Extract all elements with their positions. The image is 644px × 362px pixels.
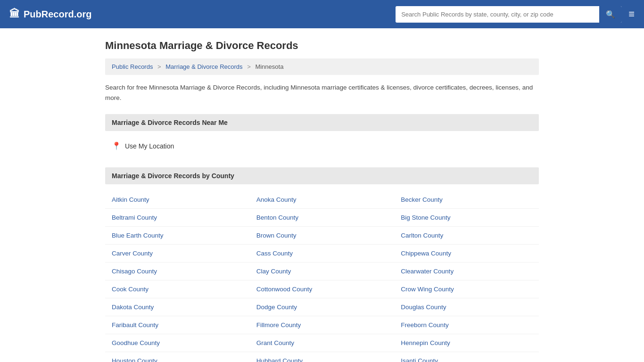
description-text: Search for free Minnesota Marriage & Div… (105, 82, 539, 103)
county-link[interactable]: Chisago County (105, 263, 250, 280)
logo[interactable]: 🏛 PubRecord.org (9, 8, 91, 20)
breadcrumb-state: Minnesota (255, 63, 283, 70)
page-title: Minnesota Marriage & Divorce Records (105, 40, 539, 52)
use-my-location-button[interactable]: 📍 Use My Location (105, 138, 539, 154)
breadcrumb-public-records[interactable]: Public Records (112, 63, 153, 70)
county-link[interactable]: Cottonwood County (250, 280, 395, 298)
near-me-header: Marriage & Divorce Records Near Me (105, 114, 539, 131)
main-content: Minnesota Marriage & Divorce Records Pub… (96, 28, 548, 362)
search-bar: 🔍 (396, 6, 622, 23)
use-my-location-label: Use My Location (125, 142, 174, 150)
breadcrumb-sep-1: > (157, 63, 163, 70)
county-link[interactable]: Carver County (105, 245, 250, 263)
county-link[interactable]: Freeborn County (394, 316, 539, 334)
county-link[interactable]: Brown County (250, 227, 395, 245)
county-link[interactable]: Grant County (250, 334, 395, 352)
county-link[interactable]: Becker County (394, 191, 539, 209)
county-link[interactable]: Chippewa County (394, 245, 539, 263)
county-link[interactable]: Cass County (250, 245, 395, 263)
county-link[interactable]: Big Stone County (394, 209, 539, 227)
county-section-header: Marriage & Divorce Records by County (105, 167, 539, 184)
county-link[interactable]: Faribault County (105, 316, 250, 334)
county-link[interactable]: Cook County (105, 280, 250, 298)
near-me-section: Marriage & Divorce Records Near Me 📍 Use… (105, 114, 539, 154)
county-link[interactable]: Hubbard County (250, 352, 395, 362)
logo-text: PubRecord.org (24, 9, 91, 20)
county-link[interactable]: Goodhue County (105, 334, 250, 352)
breadcrumb: Public Records > Marriage & Divorce Reco… (105, 58, 539, 75)
search-input[interactable] (396, 7, 599, 22)
county-link[interactable]: Crow Wing County (394, 280, 539, 298)
header: 🏛 PubRecord.org 🔍 ≡ (0, 0, 644, 28)
menu-icon[interactable]: ≡ (628, 8, 635, 20)
county-link[interactable]: Fillmore County (250, 316, 395, 334)
county-link[interactable]: Clay County (250, 263, 395, 280)
location-icon: 📍 (112, 141, 121, 150)
county-link[interactable]: Douglas County (394, 298, 539, 316)
county-link[interactable]: Carlton County (394, 227, 539, 245)
county-link[interactable]: Clearwater County (394, 263, 539, 280)
county-link[interactable]: Blue Earth County (105, 227, 250, 245)
county-link[interactable]: Houston County (105, 352, 250, 362)
county-link[interactable]: Benton County (250, 209, 395, 227)
logo-icon: 🏛 (9, 8, 20, 20)
county-link[interactable]: Anoka County (250, 191, 395, 209)
county-link[interactable]: Hennepin County (394, 334, 539, 352)
county-grid: Aitkin CountyAnoka CountyBecker CountyBe… (105, 191, 539, 362)
county-link[interactable]: Dodge County (250, 298, 395, 316)
county-link[interactable]: Isanti County (394, 352, 539, 362)
county-section: Marriage & Divorce Records by County Ait… (105, 167, 539, 362)
breadcrumb-marriage-records[interactable]: Marriage & Divorce Records (165, 63, 242, 70)
county-link[interactable]: Aitkin County (105, 191, 250, 209)
county-link[interactable]: Beltrami County (105, 209, 250, 227)
county-link[interactable]: Dakota County (105, 298, 250, 316)
search-button[interactable]: 🔍 (599, 6, 622, 23)
breadcrumb-sep-2: > (247, 63, 252, 70)
